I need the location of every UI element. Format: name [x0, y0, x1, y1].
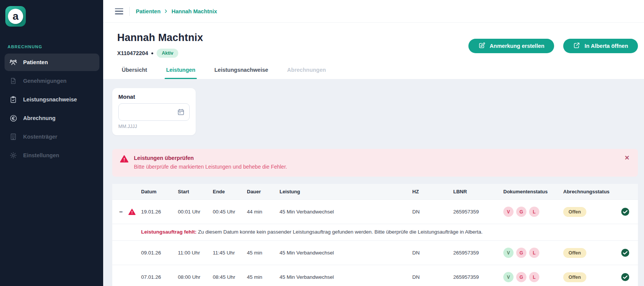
cell-datum: 19.01.26 — [138, 200, 175, 224]
row-error-detail: Leistungsauftrag fehlt: Zu diesem Datum … — [112, 224, 638, 241]
cell-leistung: 45 Min Verbandwechsel — [276, 200, 409, 224]
alert-title: Leistungen überprüfen — [134, 155, 287, 161]
cell-abrechnungsstatus: Offen — [560, 241, 618, 265]
success-check-icon[interactable] — [621, 248, 630, 257]
approvals-icon — [9, 77, 17, 85]
sidebar-item-genehmigungen: Genehmigungen — [5, 72, 99, 90]
row-error-message: Zu diesem Datum konnte kein passender Le… — [198, 229, 482, 235]
page-title: Hannah Machtnix — [117, 32, 203, 44]
cell-datum: 07.01.26 — [138, 265, 175, 286]
sidebar-item-label: Einstellungen — [23, 152, 59, 158]
breadcrumb: Patienten Hannah Machtnix — [136, 8, 217, 14]
doc-status-badge: G — [516, 207, 526, 217]
create-note-button[interactable]: Anmerkung erstellen — [468, 39, 554, 53]
month-input[interactable] — [123, 109, 177, 115]
success-check-icon[interactable] — [621, 273, 630, 281]
app-logo-letter: a — [13, 11, 19, 22]
external-link-icon — [573, 42, 580, 50]
cell-dauer: 45 min — [244, 265, 276, 286]
cell-dauer: 45 min — [244, 241, 276, 265]
doc-status-badge: L — [529, 207, 539, 217]
tab-bar: Übersicht Leistungen Leistungsnachweise … — [103, 58, 644, 79]
tab-leistungsnachweise[interactable]: Leistungsnachweise — [213, 65, 270, 79]
cell-lbnr: 265957359 — [450, 200, 500, 224]
sidebar: a ABRECHNUNG Patienten Genehmigungen — [0, 0, 103, 286]
doc-status-badge: L — [529, 272, 539, 282]
sidebar-item-leistungsnachweise[interactable]: Leistungsnachweise — [5, 91, 99, 108]
table-row[interactable]: 07.01.26 08:00 Uhr 08:45 Uhr 45 min 45 M… — [112, 265, 638, 286]
services-table: Datum Start Ende Dauer Leistung HZ LBNR … — [112, 184, 638, 286]
cell-dauer: 44 min — [244, 200, 276, 224]
tab-uebersicht[interactable]: Übersicht — [120, 65, 149, 79]
cell-dokumentenstatus: VGL — [500, 265, 560, 286]
col-start: Start — [175, 184, 210, 200]
table-row[interactable]: − 19.01.26 00:01 Uhr — [112, 200, 638, 224]
cell-dokumentenstatus: VGL — [500, 200, 560, 224]
cell-ende: 00:45 Uhr — [210, 200, 244, 224]
tab-leistungen[interactable]: Leistungen — [165, 65, 197, 79]
sidebar-item-abrechnung[interactable]: Abrechnung — [5, 109, 99, 127]
breadcrumb-current: Hannah Machtnix — [171, 8, 217, 14]
open-in-alberta-label: In Alberta öffnen — [584, 43, 628, 49]
month-format-hint: MM.JJJJ — [118, 124, 190, 129]
cell-dokumentenstatus: VGL — [500, 241, 560, 265]
col-ende: Ende — [210, 184, 244, 200]
cell-hz: DN — [409, 265, 450, 286]
cell-start: 00:01 Uhr — [175, 200, 210, 224]
edit-icon — [478, 42, 485, 50]
sidebar-item-kostentraeger: Kostenträger — [5, 128, 99, 145]
breadcrumb-patienten[interactable]: Patienten — [136, 8, 160, 14]
success-check-icon[interactable] — [621, 207, 630, 216]
cell-lbnr: 265957359 — [450, 241, 500, 265]
cell-ende: 08:45 Uhr — [210, 265, 244, 286]
col-dauer: Dauer — [244, 184, 276, 200]
topbar: Patienten Hannah Machtnix — [103, 0, 644, 23]
topbar-divider — [129, 7, 130, 16]
calendar-icon[interactable] — [177, 108, 185, 116]
cell-ende: 11:45 Uhr — [210, 241, 244, 265]
sidebar-item-patienten[interactable]: Patienten — [5, 54, 99, 71]
col-expander — [112, 184, 125, 200]
open-in-alberta-button[interactable]: In Alberta öffnen — [563, 39, 638, 53]
sidebar-item-label: Genehmigungen — [23, 78, 66, 84]
doc-status-badge: V — [503, 272, 514, 282]
alert-message: Bitte überprüfe die markierten Leistunge… — [134, 164, 287, 170]
cell-start: 11:00 Uhr — [175, 241, 210, 265]
table-row[interactable]: 09.01.26 11:00 Uhr 11:45 Uhr 45 min 45 M… — [112, 241, 638, 265]
app-logo: a — [5, 6, 26, 27]
cell-abrechnungsstatus: Offen — [560, 200, 618, 224]
cell-leistung: 45 Min Verbandwechsel — [276, 265, 409, 286]
warning-triangle-icon — [120, 155, 129, 170]
billing-status-badge: Offen — [563, 272, 586, 282]
main-area: Patienten Hannah Machtnix Hannah Machtni… — [103, 0, 644, 286]
content-area: Monat MM.JJJJ — [103, 79, 644, 286]
patients-icon — [9, 58, 17, 66]
settings-icon — [9, 151, 17, 160]
alert-banner: Leistungen überprüfen Bitte überprüfe di… — [112, 149, 638, 177]
col-hz: HZ — [409, 184, 450, 200]
sidebar-item-label: Abrechnung — [23, 115, 55, 121]
close-icon[interactable]: ✕ — [625, 155, 630, 161]
chevron-right-icon — [164, 9, 168, 13]
service-proof-icon — [9, 95, 17, 104]
col-datum: Datum — [138, 184, 175, 200]
sidebar-item-label: Leistungsnachweise — [23, 96, 77, 103]
doc-status-badge: L — [529, 248, 539, 258]
sidebar-item-label: Patienten — [23, 59, 48, 65]
doc-status-badge: G — [516, 248, 526, 258]
sidebar-item-einstellungen: Einstellungen — [5, 147, 99, 164]
cell-hz: DN — [409, 200, 450, 224]
col-dokumentenstatus: Dokumentenstatus — [500, 184, 560, 200]
create-note-label: Anmerkung erstellen — [490, 43, 544, 49]
collapse-row-button[interactable]: − — [115, 209, 123, 215]
col-abrechnungsstatus: Abrechnungsstatus — [560, 184, 618, 200]
col-leistung: Leistung — [276, 184, 409, 200]
dot-separator — [151, 52, 153, 54]
tab-abrechnungen: Abrechnungen — [286, 65, 327, 79]
month-input-wrapper — [118, 103, 190, 121]
table-header-row: Datum Start Ende Dauer Leistung HZ LBNR … — [112, 184, 638, 200]
doc-status-badge: V — [503, 207, 514, 217]
month-filter-card: Monat MM.JJJJ — [112, 88, 196, 135]
menu-toggle-icon[interactable] — [115, 8, 123, 14]
patient-id: X110472204 — [117, 50, 148, 56]
